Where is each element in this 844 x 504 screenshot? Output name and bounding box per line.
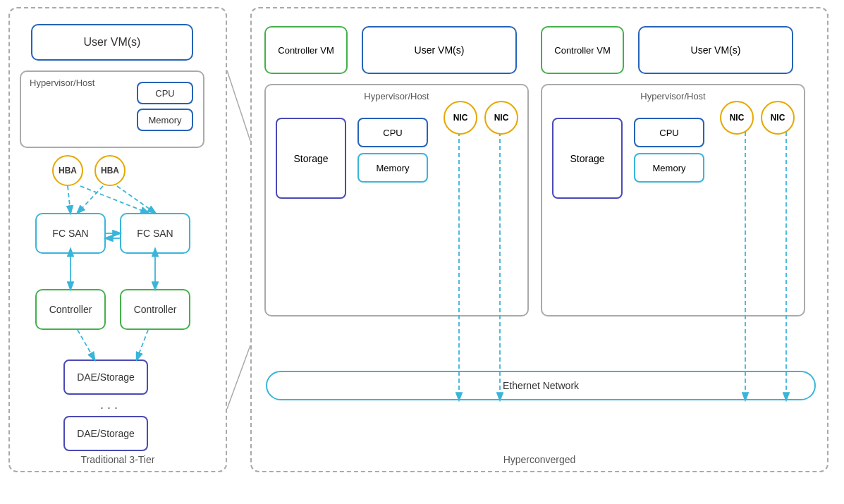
dots-label: · · · xyxy=(100,400,118,414)
ctrl-vm-left: Controller VM xyxy=(264,26,348,74)
hypervisor-label-node-left: Hypervisor/Host xyxy=(364,91,429,102)
nic1-left: NIC xyxy=(444,101,477,135)
connector-line-bottom xyxy=(227,345,250,409)
nic2-right: NIC xyxy=(761,101,795,135)
connector-line-top xyxy=(227,70,250,141)
memory-right-node-label: Memory xyxy=(653,163,686,173)
hba2-to-fcs2 xyxy=(117,186,155,213)
hc-node-right-container: Controller VM User VM(s) Hypervisor/Host… xyxy=(541,26,805,371)
controller-box-2: Controller xyxy=(120,289,190,330)
dae-label-1: DAE/Storage xyxy=(77,371,135,383)
user-vm-left-node-label: User VM(s) xyxy=(415,44,465,56)
nic2-left: NIC xyxy=(484,101,518,135)
user-vm-box-left: User VM(s) xyxy=(31,24,193,61)
hba2-circle: HBA xyxy=(94,155,126,186)
memory-right-node: Memory xyxy=(634,153,704,183)
top-row-left: Controller VM User VM(s) xyxy=(264,26,529,77)
dae-box-2: DAE/Storage xyxy=(63,416,148,451)
memory-left-node-label: Memory xyxy=(377,163,410,173)
fc-san-box-2: FC SAN xyxy=(120,213,190,254)
user-vm-label-left: User VM(s) xyxy=(84,36,141,49)
ctrl1-to-dae1 xyxy=(78,330,94,359)
hypervisor-node-left: Hypervisor/Host Storage CPU Memory NIC xyxy=(264,84,529,316)
nic1-left-label: NIC xyxy=(453,113,468,123)
top-row-right: Controller VM User VM(s) xyxy=(541,26,805,77)
ctrl-vm-right: Controller VM xyxy=(541,26,624,74)
hypervisor-node-right: Hypervisor/Host Storage CPU Memory NIC xyxy=(541,84,805,316)
ctrl-vm-left-label: Controller VM xyxy=(278,45,334,56)
left-panel: User VM(s) Hypervisor/Host CPU Memory HB… xyxy=(8,7,227,472)
storage-left: Storage xyxy=(276,118,346,199)
dots: · · · xyxy=(100,400,118,415)
ctrl-vm-right-label: Controller VM xyxy=(554,45,610,56)
nic2-right-label: NIC xyxy=(771,113,785,123)
traditional-label: Traditional 3-Tier xyxy=(81,454,155,465)
storage-left-label: Storage xyxy=(293,153,328,164)
dae-label-2: DAE/Storage xyxy=(77,428,135,439)
controller-label-1: Controller xyxy=(49,304,92,315)
cpu-label-left: CPU xyxy=(155,88,174,99)
user-vm-left-node: User VM(s) xyxy=(362,26,517,74)
ethernet-bar: Ethernet Network xyxy=(266,371,816,400)
dae-box-1: DAE/Storage xyxy=(63,359,148,395)
hba1-to-fcs1 xyxy=(68,186,71,213)
hypervisor-label-node-right: Hypervisor/Host xyxy=(640,91,705,102)
hypervisor-label-left: Hypervisor/Host xyxy=(30,78,94,88)
cpu-right-node: CPU xyxy=(634,118,704,147)
controller-label-2: Controller xyxy=(134,304,177,315)
cpu-right-node-label: CPU xyxy=(659,128,678,138)
cpu-left-node-label: CPU xyxy=(383,128,402,138)
right-panel: Ethernet Network Hyperconverged Controll… xyxy=(250,7,828,472)
hba1-label: HBA xyxy=(59,166,77,176)
cpu-left-node: CPU xyxy=(357,118,428,147)
hypervisor-box-left: Hypervisor/Host CPU Memory xyxy=(20,70,204,148)
hc-node-left-container: Controller VM User VM(s) Hypervisor/Host… xyxy=(264,26,529,371)
hyperconverged-label: Hyperconverged xyxy=(503,454,576,465)
hba2-to-fcs1 xyxy=(78,186,103,213)
controller-box-1: Controller xyxy=(35,289,106,330)
memory-label-left: Memory xyxy=(149,115,182,125)
nic1-right-label: NIC xyxy=(730,113,745,123)
cpu-box-left: CPU xyxy=(137,82,193,104)
right-panel-label: Hyperconverged xyxy=(503,454,576,465)
hba1-to-fcs2 xyxy=(80,186,148,213)
left-panel-label: Traditional 3-Tier xyxy=(81,454,155,465)
fc-san-label-1: FC SAN xyxy=(52,228,88,239)
ctrl2-to-dae1 xyxy=(137,330,148,359)
hba2-label: HBA xyxy=(101,166,119,176)
user-vm-right-node: User VM(s) xyxy=(638,26,793,74)
nic1-right: NIC xyxy=(720,101,754,135)
fc-san-box-1: FC SAN xyxy=(35,213,106,254)
hba1-circle: HBA xyxy=(52,155,83,186)
memory-box-left: Memory xyxy=(137,109,193,131)
storage-right: Storage xyxy=(552,118,623,199)
storage-right-label: Storage xyxy=(570,153,604,164)
diagram-wrapper: User VM(s) Hypervisor/Host CPU Memory HB… xyxy=(0,0,844,504)
user-vm-right-node-label: User VM(s) xyxy=(691,44,741,56)
nic2-left-label: NIC xyxy=(494,113,509,123)
fc-san-label-2: FC SAN xyxy=(137,228,173,239)
ethernet-label: Ethernet Network xyxy=(503,380,579,391)
memory-left-node: Memory xyxy=(357,153,428,183)
